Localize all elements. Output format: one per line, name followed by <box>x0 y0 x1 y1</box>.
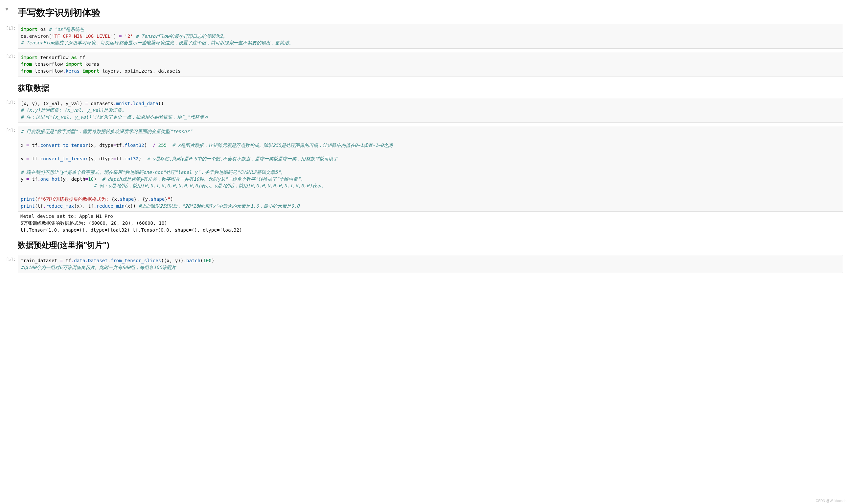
operator: = <box>26 156 29 161</box>
code-text: (y, depth <box>60 176 86 182</box>
prompt-1: [1]: <box>6 24 18 31</box>
attr: convert_to_tensor <box>40 143 88 148</box>
keyword: as <box>71 55 77 60</box>
code-text: tensorflow <box>32 61 66 67</box>
code-text: ) <box>170 197 173 202</box>
operator: . <box>37 143 40 148</box>
operator: . <box>183 258 186 263</box>
code-text: [ <box>49 34 52 39</box>
code-text: tensorflow <box>37 55 71 60</box>
operator: = <box>119 34 122 39</box>
code-text: ) <box>94 176 102 182</box>
keyword: import <box>66 61 83 67</box>
code-text: ( <box>35 197 38 202</box>
code-text: ) <box>144 143 153 148</box>
comment: # 注：这里写"(x_val, y_val)"只是为了更全一点，如果用不到验证集… <box>21 114 208 120</box>
code-text: keras <box>83 61 99 67</box>
comment: # "os"是系统包 <box>49 26 84 32</box>
page-title: 手写数字识别初体验 <box>18 6 843 19</box>
code-cell-5: [5]: train_dataset = tf.data.Dataset.fro… <box>6 255 843 273</box>
code-text: } <box>134 197 137 202</box>
code-input-3[interactable]: (x, y), (x_val, y_val) = datasets.mnist.… <box>18 98 843 123</box>
prompt-2: [2]: <box>6 52 18 59</box>
attr: batch <box>186 258 200 263</box>
comment: # 目前数据还是"数字类型"，需要将数据转换成深度学习里面的变量类型"tenso… <box>21 129 193 134</box>
comment: #上面除以255以后，"28*28维矩阵x"中最大的元素是1.0，最小的元素是0… <box>139 203 300 209</box>
operator: = <box>26 143 29 148</box>
comment: # TensorFlow的最小打印日志的等级为2。 <box>136 34 228 39</box>
code-input-4[interactable]: # 目前数据还是"数字类型"，需要将数据转换成深度学习里面的变量类型"tenso… <box>18 126 843 212</box>
code-text: x <box>21 143 26 148</box>
code-text: ) <box>139 156 147 161</box>
string: , <box>137 197 142 202</box>
code-text <box>122 34 125 39</box>
collapse-toggle-icon[interactable]: ▼ <box>5 6 9 12</box>
comment: # 例：y是2的话，就用[0,0,1,0,0,0,0,0,0,0]表示。y是7的… <box>94 183 326 188</box>
code-text <box>21 183 94 188</box>
operator: = <box>60 258 63 263</box>
code-text: ] <box>113 34 119 39</box>
string: f"6万张训练数据集的数据格式为: <box>37 197 111 202</box>
code-text: (x, y), (x_val, y_val) <box>21 101 85 106</box>
attr: Dataset <box>88 258 108 263</box>
code-text: train_dataset <box>21 258 60 263</box>
code-input-2[interactable]: import tensorflow as tf from tensorflow … <box>18 52 843 77</box>
code-cell-3: [3]: (x, y), (x_val, y_val) = datasets.m… <box>6 98 843 123</box>
section-title-preprocess: 数据预处理(这里指"切片") <box>18 240 843 250</box>
keyword: import <box>83 68 99 74</box>
section-title-data: 获取数据 <box>18 83 843 93</box>
code-text: (y, dtype <box>88 156 113 161</box>
keyword: from <box>21 61 32 67</box>
attr: shape <box>151 197 165 202</box>
operator: . <box>37 176 40 182</box>
operator: . <box>43 203 46 209</box>
operator: . <box>122 143 125 148</box>
attr: load_data <box>133 101 158 106</box>
code-text: tf <box>77 55 86 60</box>
markdown-section-preprocess: 数据预处理(这里指"切片") <box>18 240 843 250</box>
operator: . <box>122 156 125 161</box>
code-text: os <box>37 26 49 32</box>
code-text: y <box>21 176 26 182</box>
code-text: (x, dtype <box>88 143 113 148</box>
code-text <box>156 143 158 148</box>
code-text: os <box>21 34 26 39</box>
code-input-5[interactable]: train_dataset = tf.data.Dataset.from_ten… <box>18 255 843 273</box>
attr: keras <box>66 68 80 74</box>
code-text: tf <box>116 143 122 148</box>
attr: int32 <box>125 156 139 161</box>
prompt-5: [5]: <box>6 255 18 262</box>
attr: from_tensor_slices <box>110 258 161 263</box>
operator: . <box>37 156 40 161</box>
prompt-4: [4]: <box>6 126 18 133</box>
operator: . <box>63 68 66 74</box>
operator: . <box>94 203 96 209</box>
comment: # TensorFlow集成了深度学习环境，每次运行都会显示一些电脑环境信息，设… <box>21 40 294 46</box>
code-text: ((x, y)) <box>161 258 183 263</box>
comment: # (x,y)是训练集; (x_val, y_val)是验证集。 <box>21 107 126 113</box>
comment: # y是标签,此时y是0~9中的一个数,不会有小数点，是哪一类就是哪一类，用整数… <box>147 156 338 161</box>
code-text: layers, optimizers, datasets <box>99 68 181 74</box>
output-4: Metal device set to: Apple M1 Pro 6万张训练数… <box>18 212 843 234</box>
attr: one_hot <box>40 176 60 182</box>
operator: . <box>148 197 151 202</box>
code-text: tensorflow <box>32 68 63 74</box>
code-text: ) <box>212 258 215 263</box>
keyword: import <box>21 26 37 32</box>
operator: = <box>26 176 29 182</box>
attr: data <box>74 258 85 263</box>
operator: . <box>85 258 88 263</box>
code-text: (tf <box>35 203 43 209</box>
keyword: import <box>21 55 37 60</box>
operator: / <box>153 143 156 148</box>
code-text: { <box>111 197 114 202</box>
markdown-section-data: 获取数据 <box>18 83 843 93</box>
builtin: print <box>21 197 35 202</box>
code-text <box>167 143 172 148</box>
code-text: y <box>21 156 26 161</box>
operator: = <box>85 101 88 106</box>
code-input-1[interactable]: import os # "os"是系统包 os.environ['TF_CPP_… <box>18 24 843 49</box>
string: 'TF_CPP_MIN_LOG_LEVEL' <box>52 34 113 39</box>
attr: reduce_max <box>46 203 74 209</box>
code-cell-1: [1]: import os # "os"是系统包 os.environ['TF… <box>6 24 843 49</box>
